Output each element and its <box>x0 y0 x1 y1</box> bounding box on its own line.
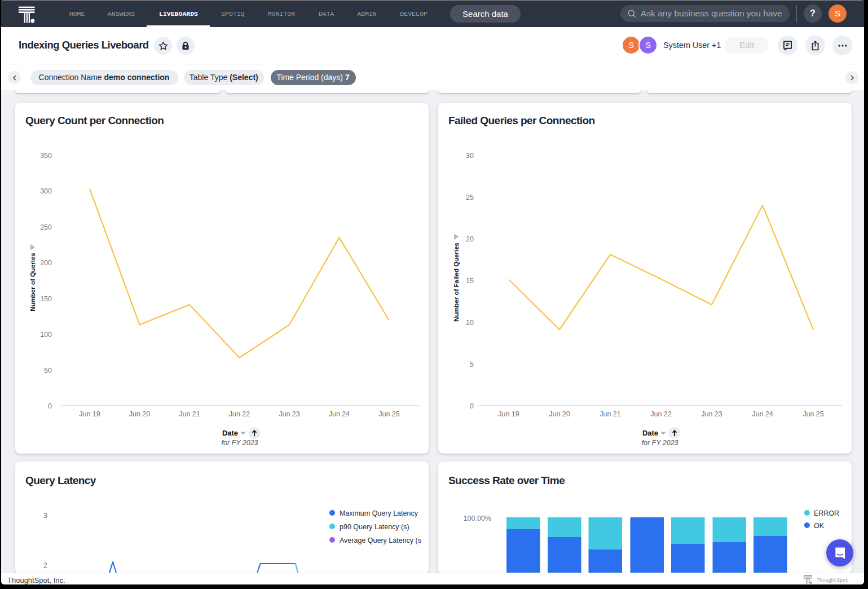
svg-text:Date: Date <box>222 429 238 437</box>
svg-text:Jun 22: Jun 22 <box>229 410 250 418</box>
svg-text:20: 20 <box>466 235 474 243</box>
svg-text:50: 50 <box>44 367 52 375</box>
svg-text:Query Count per Connection: Query Count per Connection <box>25 115 164 126</box>
svg-text:250: 250 <box>40 223 52 231</box>
svg-text:Jun 20: Jun 20 <box>549 410 570 418</box>
svg-text:Jun 24: Jun 24 <box>752 410 773 418</box>
svg-text:3: 3 <box>43 512 47 520</box>
svg-text:25: 25 <box>466 194 474 201</box>
svg-text:Number of Queries: Number of Queries <box>29 253 36 311</box>
svg-text:for FY 2023: for FY 2023 <box>221 439 258 447</box>
svg-text:150: 150 <box>40 295 52 303</box>
svg-text:2: 2 <box>43 561 47 569</box>
svg-text:Failed Queries per Connection: Failed Queries per Connection <box>448 115 595 126</box>
svg-text:Jun 25: Jun 25 <box>803 410 824 418</box>
svg-text:Jun 21: Jun 21 <box>600 410 621 418</box>
svg-text:0: 0 <box>48 402 52 410</box>
svg-text:Jun 22: Jun 22 <box>650 410 672 418</box>
svg-text:Date: Date <box>642 429 658 437</box>
svg-text:OK: OK <box>814 522 825 530</box>
svg-text:100.00%: 100.00% <box>464 515 491 522</box>
svg-text:10: 10 <box>466 319 474 327</box>
svg-text:350: 350 <box>40 152 52 160</box>
svg-text:ERROR: ERROR <box>814 509 839 517</box>
svg-text:for FY 2023: for FY 2023 <box>641 439 678 447</box>
svg-text:Average Query Latency (s: Average Query Latency (s <box>340 537 421 544</box>
svg-text:300: 300 <box>40 187 52 195</box>
svg-text:Query Latency: Query Latency <box>25 474 96 486</box>
svg-text:Jun 25: Jun 25 <box>378 410 400 418</box>
svg-text:Jun 24: Jun 24 <box>329 410 350 418</box>
svg-text:15: 15 <box>466 277 474 285</box>
svg-text:Jun 20: Jun 20 <box>129 410 151 418</box>
svg-text:0: 0 <box>470 402 474 410</box>
svg-text:Jun 19: Jun 19 <box>498 410 519 418</box>
svg-text:100: 100 <box>40 331 52 339</box>
svg-text:30: 30 <box>466 152 474 160</box>
svg-text:5: 5 <box>470 361 474 368</box>
svg-text:Jun 23: Jun 23 <box>279 410 300 418</box>
svg-text:Jun 19: Jun 19 <box>79 410 100 418</box>
svg-text:p90 Query Latency (s): p90 Query Latency (s) <box>340 523 409 531</box>
svg-text:Jun 23: Jun 23 <box>701 410 722 418</box>
svg-text:Number of Failed Queries: Number of Failed Queries <box>453 243 460 322</box>
svg-text:200: 200 <box>40 259 52 267</box>
svg-text:Jun 21: Jun 21 <box>179 410 200 418</box>
svg-text:Success Rate over Time: Success Rate over Time <box>448 474 565 486</box>
svg-text:Maximum Query Latency: Maximum Query Latency <box>340 509 418 517</box>
